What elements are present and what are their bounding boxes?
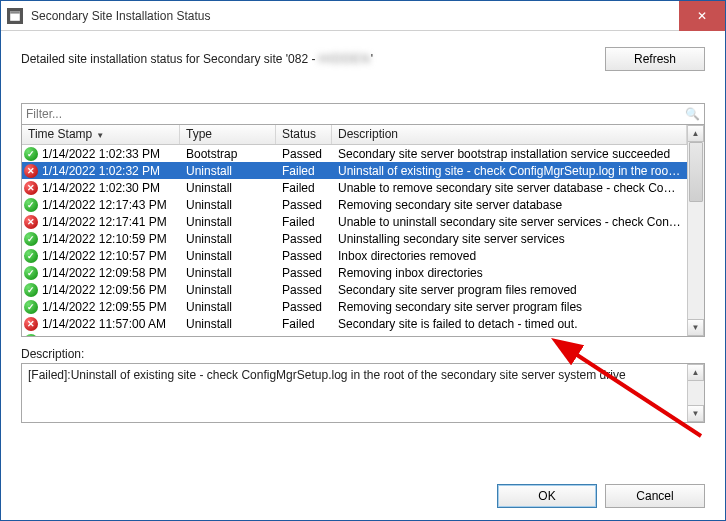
search-icon: 🔍 — [685, 107, 700, 121]
cell-type: Uninstall — [180, 334, 276, 337]
cell-description: Uninstalling secondary site server servi… — [332, 232, 687, 246]
cell-description: Uninstall of existing site - check Confi… — [332, 164, 687, 178]
cell-timestamp: 1/14/2022 1:02:30 PM — [42, 181, 160, 195]
cell-type: Uninstall — [180, 215, 276, 229]
status-ok-icon: ✓ — [24, 300, 38, 314]
cell-type: Bootstrap — [180, 147, 276, 161]
status-ok-icon: ✓ — [24, 249, 38, 263]
close-button[interactable]: ✕ — [679, 1, 725, 31]
app-icon — [7, 8, 23, 24]
scroll-up-icon[interactable]: ▲ — [688, 125, 704, 142]
scroll-track[interactable] — [688, 142, 704, 319]
table-body: ✓1/14/2022 1:02:33 PMBootstrapPassedSeco… — [22, 145, 687, 336]
table-row[interactable]: ✕1/14/2022 1:02:32 PMUninstallFailedUnin… — [22, 162, 687, 179]
table-row[interactable]: ✓1/14/2022 12:09:58 PMUninstallPassedRem… — [22, 264, 687, 281]
cell-description: Inbox directories removed — [332, 249, 687, 263]
cell-description: Removing secondary site server program f… — [332, 300, 687, 314]
table-scrollbar[interactable]: ▲ ▼ — [687, 125, 704, 336]
scroll-down-icon[interactable]: ▼ — [688, 405, 704, 422]
cell-description: Remove data from database — [332, 334, 687, 337]
cell-description: Secondary site server program files remo… — [332, 283, 687, 297]
status-ok-icon: ✓ — [24, 147, 38, 161]
scroll-down-icon[interactable]: ▼ — [688, 319, 704, 336]
cell-timestamp: 1/14/2022 12:17:41 PM — [42, 215, 167, 229]
status-err-icon: ✕ — [24, 317, 38, 331]
cell-status: Passed — [276, 198, 332, 212]
summary-row: Detailed site installation status for Se… — [21, 47, 705, 71]
status-ok-icon: ✓ — [24, 266, 38, 280]
close-icon: ✕ — [697, 9, 707, 23]
col-timestamp[interactable]: Time Stamp — [22, 125, 180, 144]
dialog-window: Secondary Site Installation Status ✕ Det… — [0, 0, 726, 521]
cell-description: Removing secondary site server database — [332, 198, 687, 212]
cell-description: Secondary site server bootstrap installa… — [332, 147, 687, 161]
cancel-button[interactable]: Cancel — [605, 484, 705, 508]
cell-type: Uninstall — [180, 198, 276, 212]
scroll-thumb[interactable] — [689, 142, 703, 202]
cell-timestamp: 1/14/2022 12:09:58 PM — [42, 266, 167, 280]
col-status[interactable]: Status — [276, 125, 332, 144]
table-row[interactable]: ✓1/14/2022 12:10:59 PMUninstallPassedUni… — [22, 230, 687, 247]
summary-text: Detailed site installation status for Se… — [21, 52, 373, 66]
table-row[interactable]: ✕1/14/2022 12:17:41 PMUninstallFailedUna… — [22, 213, 687, 230]
cell-status: Passed — [276, 266, 332, 280]
desc-scrollbar[interactable]: ▲ ▼ — [687, 364, 704, 422]
status-ok-icon: ✓ — [24, 232, 38, 246]
cell-status: Failed — [276, 317, 332, 331]
table-row[interactable]: ✕1/14/2022 1:02:30 PMUninstallFailedUnab… — [22, 179, 687, 196]
col-description[interactable]: Description — [332, 125, 687, 144]
cell-type: Uninstall — [180, 317, 276, 331]
cell-status: Passed — [276, 334, 332, 337]
cell-type: Uninstall — [180, 181, 276, 195]
table-row[interactable]: ✓1/14/2022 12:09:55 PMUninstallPassedRem… — [22, 298, 687, 315]
cell-status: Passed — [276, 249, 332, 263]
scroll-track[interactable] — [688, 381, 704, 405]
status-table: Time Stamp Type Status Description ✓1/14… — [21, 125, 705, 337]
description-box: [Failed]:Uninstall of existing site - ch… — [21, 363, 705, 423]
status-err-icon: ✕ — [24, 215, 38, 229]
table-row[interactable]: ✓1/14/2022 12:10:57 PMUninstallPassedInb… — [22, 247, 687, 264]
cell-timestamp: 1/14/2022 11:57:00 AM — [42, 317, 166, 331]
cell-description: Removing inbox directories — [332, 266, 687, 280]
cell-type: Uninstall — [180, 300, 276, 314]
window-title: Secondary Site Installation Status — [31, 9, 210, 23]
cell-timestamp: 1/14/2022 12:09:55 PM — [42, 300, 167, 314]
description-text: [Failed]:Uninstall of existing site - ch… — [22, 364, 687, 422]
col-type[interactable]: Type — [180, 125, 276, 144]
table-header: Time Stamp Type Status Description — [22, 125, 687, 145]
title-bar[interactable]: Secondary Site Installation Status ✕ — [1, 1, 725, 31]
cell-type: Uninstall — [180, 266, 276, 280]
status-err-icon: ✕ — [24, 181, 38, 195]
cell-timestamp: 1/14/2022 12:09:56 PM — [42, 283, 167, 297]
filter-placeholder: Filter... — [26, 107, 62, 121]
filter-input[interactable]: Filter... 🔍 — [21, 103, 705, 125]
status-ok-icon: ✓ — [24, 198, 38, 212]
scroll-up-icon[interactable]: ▲ — [688, 364, 704, 381]
cell-status: Passed — [276, 283, 332, 297]
svg-rect-1 — [10, 11, 20, 13]
table-row[interactable]: ✓1/14/2022 12:17:43 PMUninstallPassedRem… — [22, 196, 687, 213]
cell-timestamp: 1/14/2022 11:47:32 AM — [42, 334, 166, 337]
table-row[interactable]: ✓1/14/2022 1:02:33 PMBootstrapPassedSeco… — [22, 145, 687, 162]
cell-timestamp: 1/14/2022 1:02:33 PM — [42, 147, 160, 161]
cell-type: Uninstall — [180, 249, 276, 263]
client-area: Detailed site installation status for Se… — [1, 31, 725, 520]
description-label: Description: — [21, 347, 705, 361]
cell-status: Passed — [276, 300, 332, 314]
table-row[interactable]: ✓1/14/2022 11:47:32 AMUninstallPassedRem… — [22, 332, 687, 336]
cell-description: Secondary site is failed to detach - tim… — [332, 317, 687, 331]
cell-timestamp: 1/14/2022 1:02:32 PM — [42, 164, 160, 178]
dialog-buttons: OK Cancel — [21, 474, 705, 508]
cell-description: Unable to uninstall secondary site serve… — [332, 215, 687, 229]
cell-status: Passed — [276, 232, 332, 246]
table-row[interactable]: ✕1/14/2022 11:57:00 AMUninstallFailedSec… — [22, 315, 687, 332]
status-ok-icon: ✓ — [24, 283, 38, 297]
ok-button[interactable]: OK — [497, 484, 597, 508]
refresh-button[interactable]: Refresh — [605, 47, 705, 71]
cell-status: Failed — [276, 215, 332, 229]
cell-type: Uninstall — [180, 283, 276, 297]
cell-status: Failed — [276, 181, 332, 195]
table-row[interactable]: ✓1/14/2022 12:09:56 PMUninstallPassedSec… — [22, 281, 687, 298]
cell-timestamp: 1/14/2022 12:10:59 PM — [42, 232, 167, 246]
cell-timestamp: 1/14/2022 12:10:57 PM — [42, 249, 167, 263]
